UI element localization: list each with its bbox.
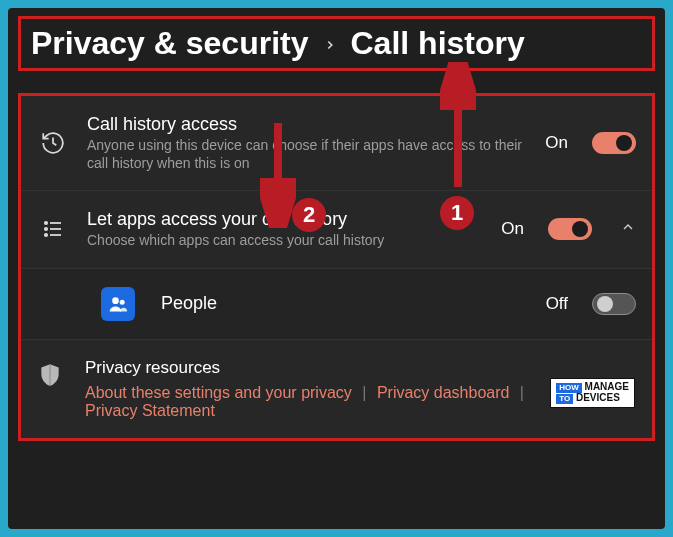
breadcrumb-current: Call history [351, 25, 525, 62]
setting-apps-access[interactable]: Let apps access your call history Choose… [21, 191, 652, 269]
link-privacy-statement[interactable]: Privacy Statement [85, 402, 215, 419]
toggle-state-label: Off [546, 294, 568, 314]
svg-point-6 [112, 297, 119, 304]
svg-point-2 [45, 228, 47, 230]
list-icon [35, 217, 71, 241]
chevron-right-icon [323, 30, 337, 58]
resources-title: Privacy resources [85, 358, 636, 378]
setting-description: Anyone using this device can choose if t… [87, 137, 529, 172]
app-name: People [161, 293, 530, 314]
toggle-state-label: On [501, 219, 524, 239]
link-separator: | [520, 384, 524, 401]
toggle-people-app[interactable] [592, 293, 636, 315]
setting-call-history-access: Call history access Anyone using this de… [21, 96, 652, 191]
link-about-settings[interactable]: About these settings and your privacy [85, 384, 352, 401]
toggle-call-history-access[interactable] [592, 132, 636, 154]
svg-point-4 [45, 234, 47, 236]
shield-icon [37, 362, 63, 392]
app-row-people: People Off [21, 269, 652, 340]
toggle-state-label: On [545, 133, 568, 153]
setting-description: Choose which apps can access your call h… [87, 232, 485, 250]
breadcrumb: Privacy & security Call history [18, 16, 655, 71]
setting-title: Call history access [87, 114, 529, 135]
svg-point-7 [120, 299, 125, 304]
toggle-apps-access[interactable] [548, 218, 592, 240]
people-app-icon [101, 287, 135, 321]
watermark: HOW MANAGE TO DEVICES [550, 378, 635, 408]
link-privacy-dashboard[interactable]: Privacy dashboard [377, 384, 510, 401]
setting-title: Let apps access your call history [87, 209, 485, 230]
link-separator: | [362, 384, 366, 401]
breadcrumb-parent[interactable]: Privacy & security [31, 25, 309, 62]
chevron-up-icon[interactable] [620, 219, 636, 239]
history-icon [35, 130, 71, 156]
svg-point-0 [45, 222, 47, 224]
